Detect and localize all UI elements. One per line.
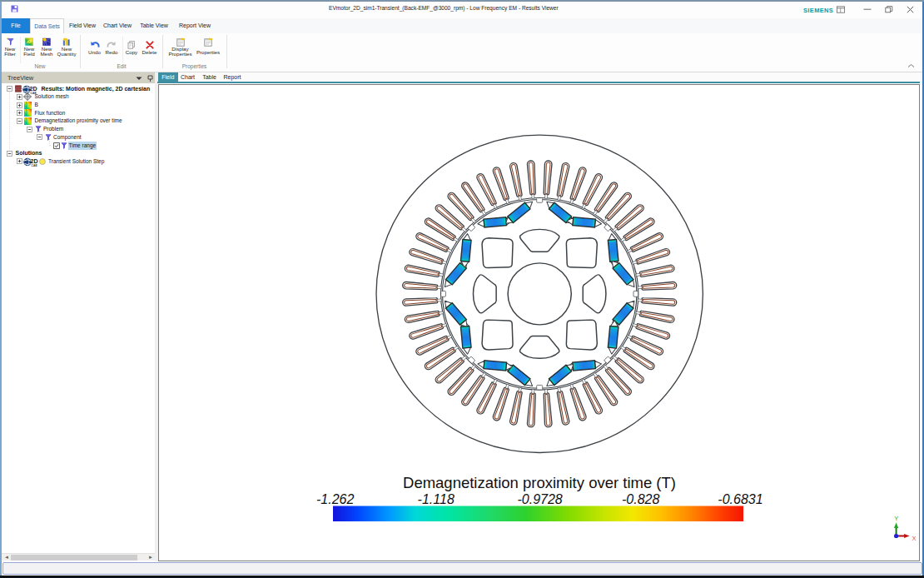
svg-text:-0.9728: -0.9728 (517, 491, 562, 506)
svg-text:CAE: CAE (32, 163, 38, 166)
svg-text:X: X (912, 535, 917, 542)
svg-text:Demagnetization proximity over: Demagnetization proximity over time (T) (403, 474, 676, 491)
svg-text:-1.262: -1.262 (316, 491, 354, 506)
svg-text:-0.6831: -0.6831 (718, 491, 763, 506)
svg-text:Y: Y (894, 515, 898, 522)
svg-text:-1.118: -1.118 (418, 491, 455, 506)
svg-text:-0.828: -0.828 (622, 491, 659, 506)
